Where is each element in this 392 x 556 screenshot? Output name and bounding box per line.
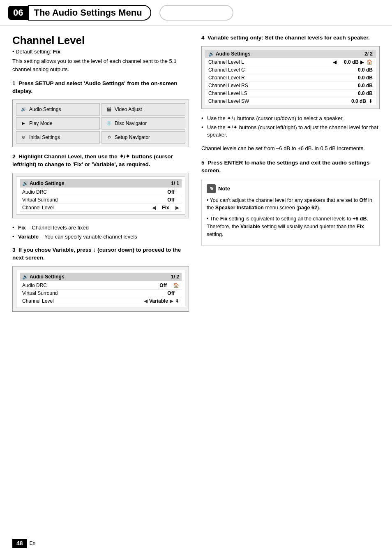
page-number: 48 [12,539,27,548]
settings-table1-box: 🔊 Audio Settings 1/ 1 Audio DRC Off Virt… [12,173,189,218]
page-header: 06 The Audio Settings Menu [0,0,392,26]
settings-page2: 1/ 2 [171,274,179,280]
description: This setting allows you to set the level… [12,57,189,73]
channel-row-L: Channel Level L ◀ 0.0 dB ▶ 🏠 [205,58,376,66]
menu-item-video-adjust: 🎬 Video Adjust [101,103,185,116]
channel-table-header: 🔊 Audio Settings 2/ 2 [205,50,376,58]
settings-table2-header: 🔊 Audio Settings 1/ 2 [20,273,182,281]
channel-row-SW: Channel Level SW 0.0 dB ⬇ [205,97,376,105]
audio-settings-icon: 🔊 [20,106,27,113]
menu-item-play-mode: ▶ Play Mode [16,117,100,130]
default-setting: • Default setting: Fix [12,49,189,55]
channel-row-R: Channel Level R 0.0 dB [205,74,376,82]
note-content: • You can't adjust the channel level for… [207,197,374,239]
table-row-active: Channel Level ◀ Fix ▶ [20,204,182,212]
default-value: Fix [53,49,61,55]
menu-item-initial-settings: ⊙ Initial Settings [16,131,100,144]
menu-item-setup-navigator: ⚙ Setup Navigator [101,131,185,144]
arrow-right: ▶ [360,59,364,65]
header-right-box [159,5,233,21]
table-row: Virtual Surround Off [20,290,182,297]
channel-page: 2/ 2 [364,51,373,57]
down-icon: ⬇ [369,98,373,104]
bullet-list-2: Use the ✦/↓ buttons (cursor up/down) to … [201,115,380,139]
menu-item-audio-settings: 🔊 Audio Settings [16,103,100,116]
page-footer: 48 En [12,539,35,548]
left-column: Channel Level • Default setting: Fix Thi… [12,34,189,317]
menu-screenshot-box: 🔊 Audio Settings 🎬 Video Adjust ▶ Play M… [12,100,189,147]
bullet-list-1: Fix – Channel levels are fixed Variable … [12,224,189,241]
menu-grid: 🔊 Audio Settings 🎬 Video Adjust ▶ Play M… [16,103,185,144]
left-arrow: ◀ [152,205,156,211]
chapter-badge: 06 [8,6,28,20]
disc-navigator-icon: 💿 [105,120,113,127]
settings-table2-box: 🔊 Audio Settings 1/ 2 Audio DRC Off 🏠 Vi… [12,266,189,312]
settings-title1: 🔊 Audio Settings [22,181,65,186]
play-mode-icon: ▶ [20,120,27,127]
settings-table1-header: 🔊 Audio Settings 1/ 1 [20,179,182,188]
section-title: Channel Level [12,34,189,47]
header-title: The Audio Settings Menu [28,5,151,21]
table-row: Virtual Surround Off [20,196,182,204]
settings-title2: 🔊 Audio Settings [22,274,65,280]
table-row: Audio DRC Off 🏠 [20,282,182,290]
note-icon: ✎ [207,184,216,193]
step5-heading: 5 Press ENTER to make the settings and e… [201,159,380,175]
arrow-left: ◀ [333,59,337,65]
step1-number: 1 [12,80,16,86]
step2-heading: 2 Highlight Channel Level, then use the … [12,153,189,169]
right-arrow: ▶ [170,298,173,304]
channel-table-box: 🔊 Audio Settings 2/ 2 Channel Level L ◀ … [201,46,380,109]
note-title: Note [218,185,230,192]
initial-settings-icon: ⊙ [20,134,27,141]
channel-table: 🔊 Audio Settings 2/ 2 Channel Level L ◀ … [205,50,376,105]
step1-heading: 1 Press SETUP and select 'Audio Settings… [12,80,189,95]
house-icon: 🏠 [367,59,373,65]
table-row-active: Channel Level ◀ Variable ▶ ⬇ [20,297,182,305]
settings-table1: 🔊 Audio Settings 1/ 1 Audio DRC Off Virt… [16,176,185,215]
step3-heading: 3 If you chose Variable, press ↓ (cursor… [12,246,189,262]
channel-title: 🔊 Audio Settings [208,51,251,57]
list-item: Use the ✦/↓ buttons (cursor up/down) to … [201,115,380,122]
right-column: 4 Variable setting only: Set the channel… [201,34,380,317]
list-item: Use the ✦/✦ buttons (cursor left/right) … [201,124,380,139]
note-item-1: • You can't adjust the channel level for… [207,197,374,212]
step4-heading: 4 Variable setting only: Set the channel… [201,34,380,42]
settings-page1: 1/ 1 [171,181,179,186]
note-box: ✎ Note • You can't adjust the channel le… [201,180,380,246]
list-item: Fix – Channel levels are fixed [12,224,189,232]
main-content: Channel Level • Default setting: Fix Thi… [0,30,392,322]
channel-row-C: Channel Level C 0.0 dB [205,66,376,74]
table-row: Audio DRC Off [20,188,182,196]
range-text: Channel levels can be set from –6 dB to … [201,144,380,153]
menu-item-disc-navigator: 💿 Disc Navigator [101,117,185,130]
right-arrow: ▶ [175,205,179,211]
settings-table2: 🔊 Audio Settings 1/ 2 Audio DRC Off 🏠 Vi… [16,270,185,308]
list-item: Variable – You can specify variable chan… [12,233,189,241]
down-icon: ⬇ [175,298,179,304]
note-item-2: • The Fix setting is equivalent to setti… [207,215,374,238]
channel-row-RS: Channel Level RS 0.0 dB [205,82,376,90]
note-header: ✎ Note [207,184,374,193]
language-label: En [30,540,36,546]
channel-row-LS: Channel Level LS 0.0 dB [205,90,376,97]
left-arrow: ◀ [144,298,148,304]
video-adjust-icon: 🎬 [105,106,113,113]
house-icon: 🏠 [173,283,179,288]
setup-navigator-icon: ⚙ [105,134,113,141]
